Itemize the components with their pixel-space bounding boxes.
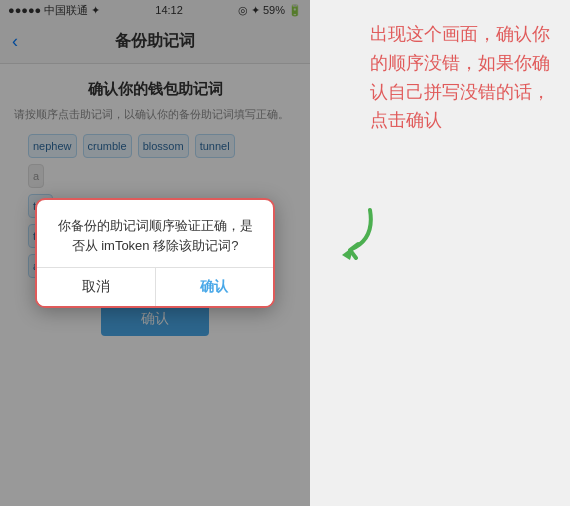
annotation-text: 出现这个画面，确认你的顺序没错，如果你确认自己拼写没错的话，点击确认: [370, 20, 560, 135]
arrow-container: [320, 200, 380, 284]
dialog-message: 你备份的助记词顺序验证正确，是否从 imToken 移除该助记词?: [53, 216, 257, 255]
dialog-confirm-button[interactable]: 确认: [156, 268, 274, 306]
arrow-icon: [320, 200, 380, 280]
dialog-actions: 取消 确认: [37, 267, 273, 306]
annotation-panel: 出现这个画面，确认你的顺序没错，如果你确认自己拼写没错的话，点击确认: [310, 0, 570, 506]
dialog-box: 你备份的助记词顺序验证正确，是否从 imToken 移除该助记词? 取消 确认: [35, 198, 275, 308]
dialog-overlay: 你备份的助记词顺序验证正确，是否从 imToken 移除该助记词? 取消 确认: [0, 0, 310, 506]
dialog-cancel-button[interactable]: 取消: [37, 268, 156, 306]
dialog-body: 你备份的助记词顺序验证正确，是否从 imToken 移除该助记词?: [37, 200, 273, 267]
phone-frame: ●●●●● 中国联通 ✦ 14:12 ◎ ✦ 59% 🔋 ‹ 备份助记词 确认你…: [0, 0, 310, 506]
